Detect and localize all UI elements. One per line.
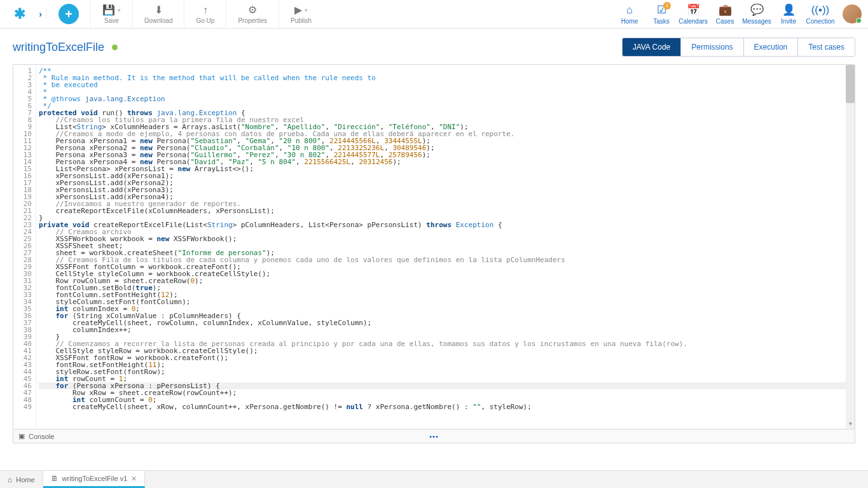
messages-icon: 💬: [750, 3, 764, 17]
editor-gutter: 1234567891011121314151617181920212223242…: [13, 65, 36, 429]
nav-cases-label: Cases: [716, 18, 734, 25]
file-icon: 🗎: [51, 474, 59, 483]
briefcase-icon: 💼: [719, 3, 732, 17]
status-dot: [112, 45, 118, 50]
gutter-line: 49: [13, 403, 32, 410]
publish-label: Publish: [291, 17, 312, 24]
console-drag-handle[interactable]: •••: [429, 433, 439, 440]
console-bar[interactable]: ▣ Console •••: [13, 429, 855, 443]
code-line[interactable]: createReportExcelFile(xColumnHeaders, xP…: [39, 207, 855, 214]
code-line[interactable]: Row xRow = sheet.createRow(rowCount++);: [39, 389, 855, 396]
scrollbar-thumb[interactable]: [846, 65, 855, 103]
nav-tasks-label: Tasks: [653, 18, 670, 25]
code-line[interactable]: styleRow.setFont(fontRow);: [39, 368, 855, 375]
editor-scrollbar[interactable]: [846, 65, 855, 429]
properties-button[interactable]: ⚙ Properties: [226, 0, 279, 29]
close-tab-icon[interactable]: ✕: [131, 475, 137, 483]
add-button[interactable]: +: [59, 4, 79, 24]
chevron-right-icon: ›: [39, 9, 42, 19]
download-button[interactable]: ⬇ Download: [132, 0, 184, 29]
nav-invite-label: Invite: [781, 18, 796, 25]
presence-dot: [856, 18, 862, 24]
go-up-icon: ↑: [203, 4, 208, 16]
connection-icon: ((•)): [811, 4, 830, 17]
chevron-down-icon[interactable]: ▾: [118, 7, 121, 13]
nav-calendars[interactable]: 📅Calendars: [677, 0, 709, 29]
editor-tab-group: JAVA Code Permissions Execution Test cas…: [622, 38, 855, 57]
chevron-down-icon[interactable]: ▾: [305, 7, 308, 13]
page-title: writingToExcelFile: [13, 41, 104, 54]
invite-icon: 👤: [782, 3, 796, 17]
nav-home-label: Home: [621, 18, 638, 25]
nav-cases[interactable]: 💼Cases: [709, 0, 741, 29]
footer-tab-home[interactable]: ⌂ Home: [0, 471, 43, 488]
code-line[interactable]: private void createReportExcelFile(List<…: [39, 221, 855, 228]
editor-body: 1234567891011121314151617181920212223242…: [13, 65, 855, 429]
tab-execution[interactable]: Execution: [743, 38, 798, 56]
title-row: writingToExcelFile JAVA Code Permissions…: [0, 29, 868, 64]
tab-test-cases[interactable]: Test cases: [797, 38, 855, 56]
tab-java-code[interactable]: JAVA Code: [623, 38, 681, 56]
nav-connection[interactable]: ((•))Conection: [804, 0, 836, 29]
code-line[interactable]: Row rowColumn = sheet.createRow(0);: [39, 277, 855, 284]
footer-home-label: Home: [16, 476, 34, 484]
nav-forward[interactable]: ›: [34, 9, 47, 19]
go-up-label: Go Up: [196, 17, 214, 24]
home-icon: ⌂: [8, 475, 12, 484]
nav-invite[interactable]: 👤Invite: [773, 0, 804, 29]
nav-calendars-label: Calendars: [679, 18, 708, 25]
plus-icon: +: [65, 7, 72, 22]
toolbar-actions: 💾▾ Save ⬇ Download ↑ Go Up ⚙ Properties …: [90, 0, 323, 29]
console-icon: ▣: [18, 432, 25, 440]
footer-tab-file[interactable]: 🗎 writingToExcelFile v1 ✕: [43, 471, 146, 488]
code-line[interactable]: styleColumn.setFont(fontColumn);: [39, 298, 855, 305]
nav-connection-label: Conection: [806, 18, 834, 25]
nav-tasks[interactable]: ☑ 1 Tasks: [645, 0, 677, 29]
toolbar-left: ✱ › + 💾▾ Save ⬇ Download ↑ Go Up ⚙ Prope…: [0, 0, 323, 28]
nav-messages-label: Messages: [742, 18, 771, 25]
tasks-badge: 1: [663, 2, 671, 10]
gear-icon: ⚙: [248, 4, 257, 16]
editor-frame: 1234567891011121314151617181920212223242…: [13, 64, 855, 443]
code-line[interactable]: * @throws java.lang.Exception: [39, 95, 855, 102]
tab-permissions[interactable]: Permissions: [680, 38, 743, 56]
nav-home[interactable]: ⌂Home: [614, 0, 645, 29]
nav-messages[interactable]: 💬Messages: [741, 0, 773, 29]
code-line[interactable]: XSSFWorkbook workbook = new XSSFWorkbook…: [39, 235, 855, 242]
code-line[interactable]: createMyCell(sheet, xRow, columnCount++,…: [39, 403, 855, 410]
go-up-button[interactable]: ↑ Go Up: [184, 0, 226, 29]
code-area[interactable]: /** * Rule main method. It is the method…: [36, 65, 855, 429]
calendar-icon: 📅: [687, 3, 700, 17]
download-icon: ⬇: [155, 4, 163, 16]
home-icon: ⌂: [626, 4, 633, 17]
scroll-down-arrow[interactable]: ▾: [846, 420, 855, 429]
app-logo[interactable]: ✱: [5, 6, 34, 22]
save-button[interactable]: 💾▾ Save: [90, 0, 132, 29]
save-label: Save: [104, 17, 119, 24]
play-icon: ▶: [294, 4, 302, 16]
toolbar-right: ⌂Home ☑ 1 Tasks 📅Calendars 💼Cases 💬Messa…: [614, 0, 868, 28]
console-label: Console: [29, 433, 54, 440]
avatar[interactable]: [843, 4, 862, 24]
publish-button[interactable]: ▶▾ Publish: [279, 0, 323, 29]
logo-icon: ✱: [14, 6, 25, 22]
code-line[interactable]: columnIndex++;: [39, 326, 855, 333]
properties-label: Properties: [238, 17, 267, 24]
code-line[interactable]: * Rule main method. It is the method tha…: [39, 74, 855, 81]
footer-tabs: ⌂ Home 🗎 writingToExcelFile v1 ✕: [0, 470, 868, 488]
save-icon: 💾: [102, 4, 115, 16]
code-line[interactable]: * be executed: [39, 81, 855, 88]
footer-file-label: writingToExcelFile v1: [62, 475, 128, 482]
code-line[interactable]: createMyCell(sheet, rowColumn, columnInd…: [39, 319, 855, 326]
download-label: Download: [144, 17, 172, 24]
top-toolbar: ✱ › + 💾▾ Save ⬇ Download ↑ Go Up ⚙ Prope…: [0, 0, 868, 29]
